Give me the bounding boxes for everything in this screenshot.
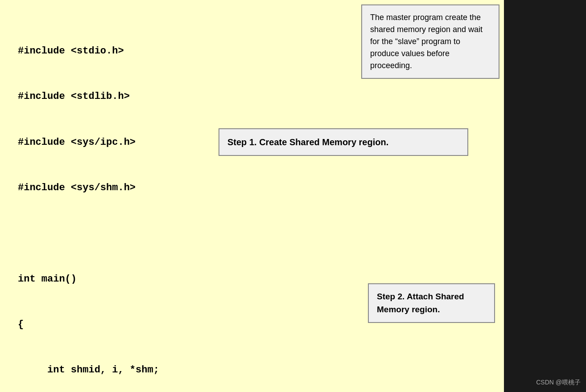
master-tooltip: The master program create the shared mem… <box>361 4 499 79</box>
step2-bold: Step 2 <box>377 292 402 301</box>
code-line-5 <box>18 226 486 241</box>
step2-tooltip: Step 2. Attach Shared Memory region. <box>368 283 495 323</box>
step1-tooltip: Step 1. Create Shared Memory region. <box>219 128 468 156</box>
watermark: CSDN @喂桃子 <box>536 379 581 387</box>
right-panel: CSDN @喂桃子 <box>504 0 586 392</box>
code-line-2: #include <stdlib.h> <box>18 89 486 104</box>
code-line-4: #include <sys/shm.h> <box>18 180 486 196</box>
code-line-8: int shmid, i, *shm; <box>18 363 486 378</box>
code-panel: The master program create the shared mem… <box>0 0 504 392</box>
main-container: The master program create the shared mem… <box>0 0 586 392</box>
step1-bold: Step 1 <box>227 137 254 147</box>
master-tooltip-text: The master program create the shared mem… <box>370 13 483 70</box>
step1-text: . Create Shared Memory region. <box>254 137 388 147</box>
